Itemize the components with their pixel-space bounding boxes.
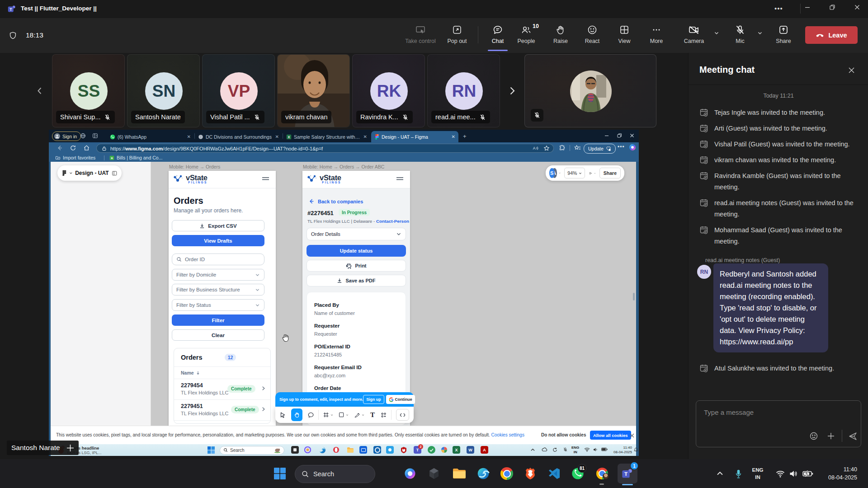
filter-status-select[interactable]: Filter by Status — [172, 299, 264, 311]
share-button[interactable]: Share — [763, 24, 804, 44]
shared-search-box[interactable]: Search — [220, 446, 284, 455]
tray-clock[interactable]: 11:4008-04-2025 — [818, 465, 857, 482]
deny-cookies-button[interactable]: Do not allow cookies — [541, 432, 586, 437]
copilot-icon[interactable] — [629, 144, 636, 151]
copilot-icon[interactable] — [304, 446, 311, 454]
teams-icon[interactable]: T2 — [414, 446, 421, 454]
frame-breadcrumb[interactable]: Mobile: Home → Orders → Order ABC — [303, 164, 384, 169]
camera-chevron-icon[interactable] — [713, 30, 720, 36]
tray-wifi-icon[interactable] — [776, 470, 785, 478]
order-details-select[interactable]: Order Details — [307, 228, 406, 240]
filter-structure-select[interactable]: Filter by Business Structure — [172, 284, 264, 296]
sync-icon[interactable] — [552, 447, 557, 452]
more-button[interactable]: More — [636, 24, 677, 44]
app-colorful-icon[interactable] — [440, 446, 448, 454]
notification-icon[interactable] — [634, 447, 638, 452]
browser-restore-icon[interactable] — [616, 132, 623, 139]
canvas-scrollbar-thumb[interactable] — [633, 293, 635, 300]
collaborator-avatar[interactable]: S — [549, 168, 555, 178]
tab-close-icon[interactable]: ✕ — [275, 134, 279, 139]
brave-icon[interactable] — [523, 466, 538, 481]
tab-close-icon[interactable]: ✕ — [363, 134, 367, 139]
favorite-star-icon[interactable] — [543, 145, 550, 151]
browser-menu-icon[interactable]: ••• — [618, 144, 625, 150]
participant-tile[interactable]: SN Santosh Narate — [127, 54, 200, 127]
tray-chevron-icon[interactable] — [717, 471, 723, 476]
layers-panel-icon[interactable] — [112, 170, 117, 176]
address-bar[interactable]: https://www.figma.com/design/9BKQ0FOHRWa… — [96, 144, 554, 153]
zoom-control[interactable]: 94% — [564, 168, 585, 178]
dev-mode-toggle[interactable] — [396, 409, 409, 421]
shape-tool-icon[interactable] — [339, 412, 344, 418]
strip-scroll-right-icon[interactable] — [507, 85, 517, 97]
tab-salary-sheet[interactable]: X Sample Salary Structure with calc✕ — [283, 131, 370, 142]
tray-volume-icon[interactable] — [789, 470, 798, 478]
start-button[interactable] — [273, 466, 287, 481]
strip-scroll-left-icon[interactable] — [35, 86, 44, 96]
hamburger-icon[interactable] — [396, 177, 404, 182]
leave-button[interactable]: Leave — [805, 26, 858, 44]
figma-canvas[interactable]: Design - UAT S A 94% Share Mobile: Home … — [51, 162, 636, 426]
opera-icon[interactable] — [332, 446, 340, 454]
teams-active-bg[interactable]: T 1 — [618, 464, 637, 483]
favorites-bar-icon[interactable] — [574, 145, 581, 151]
self-tile[interactable] — [524, 54, 656, 127]
figma-file-pill[interactable]: Design - UAT — [57, 165, 122, 181]
components-tool-icon[interactable] — [381, 412, 387, 418]
restore-button[interactable] — [829, 4, 836, 11]
minimize-button[interactable] — [804, 4, 811, 11]
home-icon[interactable] — [83, 145, 90, 151]
mic-chevron-icon[interactable] — [757, 30, 763, 36]
frame-tool-icon[interactable] — [323, 412, 329, 418]
taskbar-search[interactable]: Search — [295, 465, 375, 483]
comment-tool-icon[interactable] — [308, 412, 314, 418]
excel-icon[interactable]: X — [453, 446, 460, 454]
move-tool-icon[interactable] — [280, 412, 286, 418]
mcafee-icon[interactable] — [400, 446, 407, 454]
hexagon-app-icon[interactable] — [427, 466, 441, 481]
update-status-button[interactable]: Update status — [307, 245, 406, 257]
clear-button[interactable]: Clear — [172, 329, 264, 341]
participant-tile[interactable]: vikram chavan — [277, 54, 350, 127]
pop-out-button[interactable]: Pop out — [437, 24, 477, 44]
filter-domicile-select[interactable]: Filter by Domicile — [172, 269, 264, 281]
hamburger-icon[interactable] — [262, 177, 269, 182]
outlook-icon[interactable] — [373, 446, 381, 454]
new-tab-icon[interactable]: + — [463, 133, 467, 140]
browser-minimize-icon[interactable] — [604, 132, 610, 139]
name-column-header[interactable]: Name — [181, 370, 200, 375]
back-icon[interactable] — [56, 145, 63, 151]
export-csv-button[interactable]: Export CSV — [172, 220, 264, 231]
signup-button[interactable]: Sign up — [363, 395, 384, 404]
chat-bubble[interactable]: Redberyl and Santosh added read.ai meeti… — [713, 263, 828, 352]
cloud-icon[interactable] — [542, 447, 547, 452]
word-icon[interactable]: W — [467, 446, 474, 454]
participant-tile[interactable]: SS Shivani Sup... — [52, 54, 125, 127]
camera-button[interactable]: Camera — [674, 24, 714, 44]
text-tool-icon[interactable]: T — [370, 411, 375, 419]
shared-clock[interactable]: 11:4008-04-2025 — [610, 446, 632, 455]
order-id-search[interactable]: Order ID — [172, 253, 264, 265]
view-drafts-button[interactable]: View Drafts — [172, 235, 264, 246]
google-continue-button[interactable]: Continue — [386, 395, 415, 404]
titlebar-more-icon[interactable]: ••• — [774, 5, 783, 12]
import-favorites-item[interactable]: Import favorites — [55, 155, 95, 160]
send-icon[interactable] — [848, 432, 858, 441]
filter-button[interactable]: Filter — [172, 314, 264, 326]
allow-cookies-button[interactable]: Allow all cookies — [590, 431, 631, 440]
tab-close-icon[interactable]: ✕ — [452, 134, 455, 139]
wifi-icon[interactable] — [584, 447, 590, 452]
emoji-icon[interactable] — [809, 432, 818, 441]
chevron-down-icon[interactable] — [362, 413, 364, 417]
cookie-settings-link[interactable]: Cookies settings — [491, 432, 524, 437]
chevron-down-icon[interactable] — [594, 172, 596, 175]
tray-mic-icon[interactable] — [735, 469, 742, 479]
tab-figma-active[interactable]: Design - UAT – Figma✕ — [371, 131, 458, 142]
mic-muted-icon[interactable] — [563, 447, 568, 452]
tab-whatsapp[interactable]: (6) WhatsApp✕ — [107, 131, 194, 142]
bills-favorite-item[interactable]: B Bills | Billing and Co... — [109, 155, 162, 160]
participant-tile[interactable]: VP Vishal Patil ... — [202, 54, 275, 127]
app-icon[interactable] — [386, 446, 394, 454]
workspaces-icon[interactable] — [80, 133, 86, 139]
update-button[interactable]: Update ! — [584, 144, 616, 154]
